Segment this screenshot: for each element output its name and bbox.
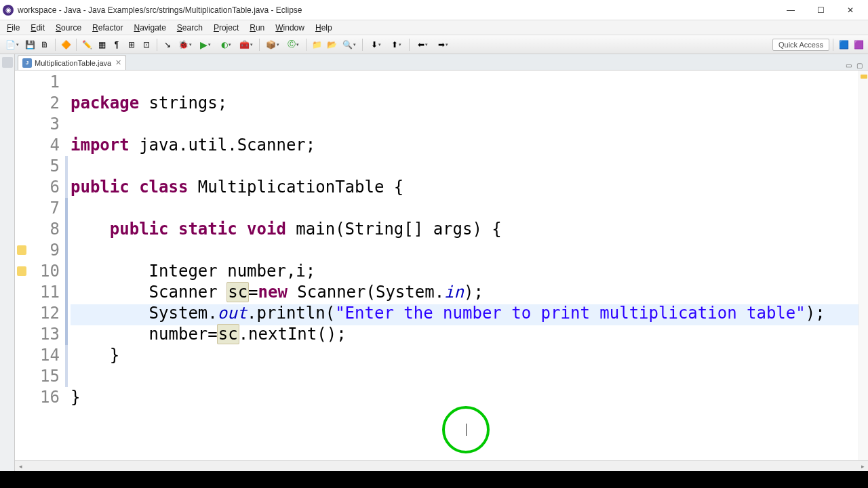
close-button[interactable]: ✕ [835,1,865,20]
menu-project[interactable]: Project [210,22,243,34]
minimize-button[interactable]: — [776,1,806,20]
letterbox-bottom [0,471,868,488]
code-text[interactable]: package strings; import java.util.Scanne… [71,70,859,429]
line-number-gutter: 12345678910111213141516 [28,70,65,429]
code-editor[interactable]: 12345678910111213141516 package strings;… [15,70,868,460]
external-tools-button[interactable]: 🧰▾ [237,38,256,52]
app-window: ◉ workspace - Java - Java Examples/src/s… [0,0,868,488]
menu-search[interactable]: Search [173,22,207,34]
forward-button[interactable]: ➡▾ [433,38,452,52]
toolbar: 📄▾ 💾 🗎 🔶 ✏️ ▦ ¶ ⊞ ⊡ ↘ 🐞▾ ▶▾ ◐▾ 🧰▾ 📦▾ Ⓒ▾ … [0,35,868,54]
eclipse-icon: ◉ [3,5,14,16]
annotation-button[interactable]: ⊡ [140,38,153,52]
back-button[interactable]: ⬅▾ [413,38,432,52]
maximize-button[interactable]: ☐ [806,1,835,20]
workbench: J MultiplicationTable.java ✕ ▭ ▢ 1234567… [0,54,868,471]
editor-tabbar: J MultiplicationTable.java ✕ ▭ ▢ [15,54,868,70]
debug-button[interactable]: 🐞▾ [176,38,195,52]
new-java-button[interactable]: 📦▾ [263,38,282,52]
java-file-icon: J [22,58,32,68]
overview-mark [861,75,867,79]
editor-tab[interactable]: J MultiplicationTable.java ✕ [18,55,126,70]
fold-bar [65,70,71,429]
tab-close-icon[interactable]: ✕ [115,58,121,67]
maximize-editor-button[interactable]: ▢ [854,60,864,70]
menu-source[interactable]: Source [52,22,85,34]
menu-refactor[interactable]: Refactor [88,22,127,34]
menu-edit[interactable]: Edit [26,22,49,34]
titlebar: ◉ workspace - Java - Java Examples/src/s… [0,0,868,20]
skip-breakpoints-button[interactable]: ↘ [161,38,174,52]
overview-ruler [859,70,868,460]
menu-file[interactable]: File [3,22,24,34]
prev-annotation-button[interactable]: ⬆▾ [387,38,406,52]
show-whitespace-button[interactable]: ¶ [110,38,123,52]
minimize-editor-button[interactable]: ▭ [844,60,853,70]
show-whitespace2-button[interactable]: ⊞ [125,38,138,52]
new-button[interactable]: 📄▾ [3,38,22,52]
open-element-button[interactable]: 📂 [325,38,338,52]
left-trim-bar [0,54,15,471]
horizontal-scrollbar[interactable]: ◂ ▸ [15,460,868,471]
editor-area: J MultiplicationTable.java ✕ ▭ ▢ 1234567… [15,54,868,471]
next-annotation-button[interactable]: ⬇▾ [366,38,385,52]
window-title: workspace - Java - Java Examples/src/str… [18,5,776,15]
search-button[interactable]: 🔍▾ [340,38,359,52]
restore-view-button[interactable] [2,57,13,68]
block-select-button[interactable]: ▦ [95,38,108,52]
menu-run[interactable]: Run [245,22,269,34]
menu-bar: File Edit Source Refactor Navigate Searc… [0,20,868,35]
marker-gutter [15,70,28,460]
perspective-debug-button[interactable]: 🟪 [852,38,865,52]
menu-help[interactable]: Help [311,22,336,34]
save-button[interactable]: 💾 [23,38,37,52]
open-type-button[interactable]: 🔶 [59,38,73,52]
scroll-right-button[interactable]: ▸ [857,461,868,472]
new-class-button[interactable]: Ⓒ▾ [283,38,302,52]
menu-navigate[interactable]: Navigate [130,22,170,34]
run-button[interactable]: ▶▾ [196,38,215,52]
warning-marker-icon[interactable] [17,245,26,255]
perspective-java-button[interactable]: 🟦 [837,38,850,52]
quick-access[interactable]: Quick Access [772,39,829,51]
coverage-button[interactable]: ◐▾ [216,38,235,52]
toggle-mark-button[interactable]: ✏️ [80,38,94,52]
warning-marker-icon[interactable] [17,266,26,276]
menu-window[interactable]: Window [271,22,309,34]
open-task-button[interactable]: 📁 [310,38,323,52]
save-all-button[interactable]: 🗎 [38,38,52,52]
scroll-left-button[interactable]: ◂ [15,461,26,472]
tab-filename: MultiplicationTable.java [35,59,111,67]
